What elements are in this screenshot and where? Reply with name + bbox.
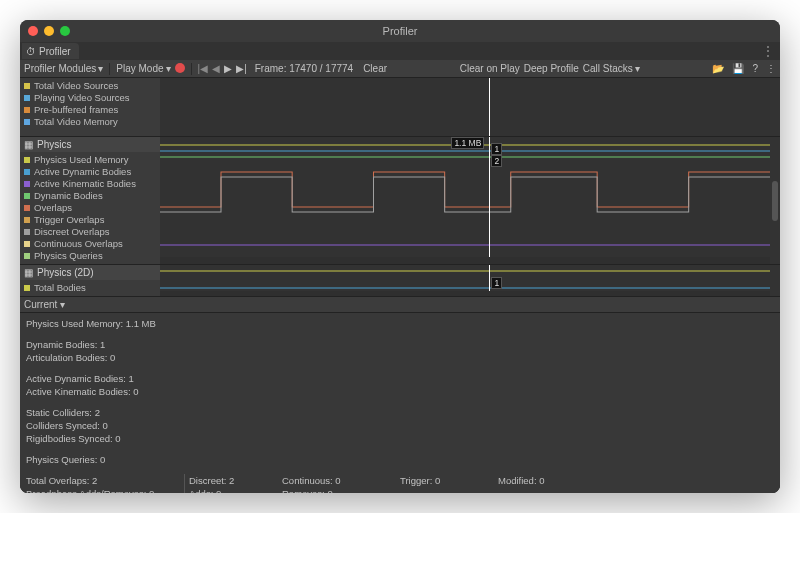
stats-table: Total Overlaps: 2Discreet: 2Continuous: …	[26, 474, 774, 493]
stat-rigid-sync: Rigidbodies Synced: 0	[26, 432, 774, 445]
profiler-window: Profiler ⏱ Profiler ⋮ Profiler Modules ▾…	[20, 20, 780, 493]
fwd-button[interactable]: ▶	[224, 63, 232, 74]
graph-physics[interactable]: 1.1 MB 1 2	[160, 137, 770, 257]
chevron-down-icon: ▾	[60, 299, 65, 310]
stat-dynamic: Dynamic Bodies: 1	[26, 338, 774, 351]
stat-articulation: Articulation Bodies: 0	[26, 351, 774, 364]
track-physics: ▦Physics Physics Used Memory Active Dyna…	[20, 137, 780, 265]
mem-badge: 1.1 MB	[451, 137, 484, 149]
graph-video[interactable]	[160, 78, 770, 136]
prev-frame-button[interactable]: |◀	[198, 63, 209, 74]
tab-row: ⏱ Profiler ⋮	[20, 42, 780, 60]
badge-1: 1	[491, 143, 502, 155]
time-cursor[interactable]	[489, 265, 490, 291]
tab-profiler[interactable]: ⏱ Profiler	[22, 43, 79, 59]
main-area: Total Video Sources Playing Video Source…	[20, 78, 780, 493]
detail-toolbar: Current ▾	[20, 297, 780, 313]
physics-icon: ▦	[24, 139, 33, 150]
track-physics2d: ▦Physics (2D) Total Bodies 1	[20, 265, 780, 297]
window-title: Profiler	[20, 25, 780, 37]
scrollbar[interactable]	[770, 137, 780, 264]
call-stacks-dropdown[interactable]: Call Stacks ▾	[583, 63, 640, 74]
badge-2: 2	[491, 155, 502, 167]
stat-static: Static Colliders: 2	[26, 406, 774, 419]
stat-active-dyn: Active Dynamic Bodies: 1	[26, 372, 774, 385]
record-button[interactable]	[175, 63, 185, 75]
legend-physics2d: ▦Physics (2D) Total Bodies	[20, 265, 160, 296]
stat-memory: Physics Used Memory: 1.1 MB	[26, 317, 774, 330]
stopwatch-icon: ⏱	[26, 46, 36, 57]
playmode-dropdown[interactable]: Play Mode ▾	[116, 63, 170, 74]
modules-dropdown[interactable]: Profiler Modules ▾	[24, 63, 103, 74]
frame-label: Frame: 17470 / 17774	[255, 63, 353, 74]
kebab-icon[interactable]: ⋮	[766, 63, 776, 74]
physics-icon: ▦	[24, 267, 33, 278]
legend-physics: ▦Physics Physics Used Memory Active Dyna…	[20, 137, 160, 264]
badge-1: 1	[491, 277, 502, 289]
toolbar: Profiler Modules ▾ Play Mode ▾ |◀ ◀ ▶ ▶|…	[20, 60, 780, 78]
help-icon[interactable]: ?	[752, 63, 758, 74]
stat-queries: Physics Queries: 0	[26, 453, 774, 466]
current-dropdown[interactable]: Current ▾	[24, 299, 65, 310]
load-icon[interactable]: 📂	[712, 63, 724, 74]
back-button[interactable]: ◀	[212, 63, 220, 74]
legend-video: Total Video Sources Playing Video Source…	[20, 78, 160, 136]
clear-on-play-button[interactable]: Clear on Play	[460, 63, 520, 74]
detail-panel: Physics Used Memory: 1.1 MB Dynamic Bodi…	[20, 313, 780, 493]
chevron-down-icon: ▾	[166, 63, 171, 74]
stat-active-kin: Active Kinematic Bodies: 0	[26, 385, 774, 398]
chevron-down-icon: ▾	[635, 63, 640, 74]
clear-button[interactable]: Clear	[363, 63, 387, 74]
chevron-down-icon: ▾	[98, 63, 103, 74]
titlebar: Profiler	[20, 20, 780, 42]
tab-label: Profiler	[39, 46, 71, 57]
time-cursor[interactable]	[489, 78, 490, 136]
kebab-icon[interactable]: ⋮	[756, 44, 780, 58]
stat-coll-sync: Colliders Synced: 0	[26, 419, 774, 432]
record-icon	[175, 63, 185, 73]
graph-physics2d[interactable]: 1	[160, 265, 770, 291]
track-video: Total Video Sources Playing Video Source…	[20, 78, 780, 137]
deep-profile-button[interactable]: Deep Profile	[524, 63, 579, 74]
time-cursor[interactable]	[489, 137, 490, 257]
next-frame-button[interactable]: ▶|	[236, 63, 247, 74]
save-icon[interactable]: 💾	[732, 63, 744, 74]
